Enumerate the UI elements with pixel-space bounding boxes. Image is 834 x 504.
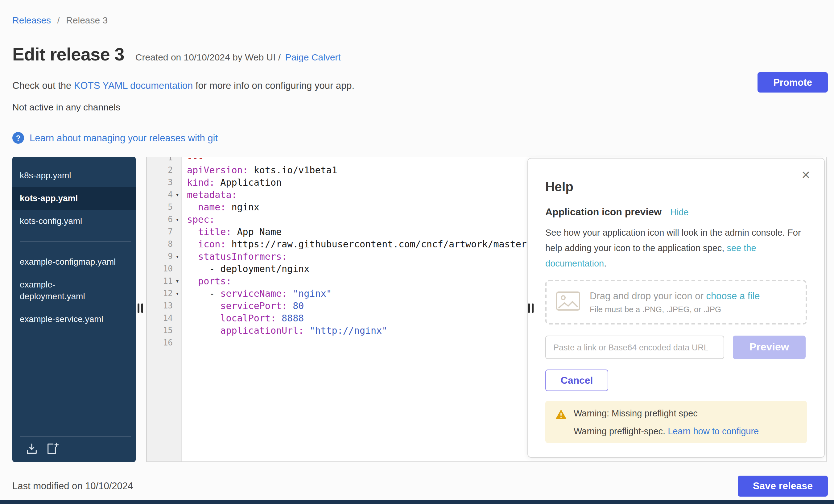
help-panel-title: Help: [545, 179, 807, 194]
file-item-kots-config-yaml[interactable]: kots-config.yaml: [12, 210, 136, 233]
dropzone-file-types: File must be a .PNG, .JPEG, or .JPG: [590, 305, 760, 314]
gutter-cell: 3: [147, 176, 182, 189]
page-title: Edit release 3: [12, 44, 124, 65]
doc-hint-prefix: Check out the: [12, 80, 74, 91]
file-tree-footer: [12, 436, 136, 462]
bottom-bar: [0, 500, 834, 504]
preview-button[interactable]: Preview: [733, 335, 806, 359]
last-modified: Last modified on 10/10/2024: [12, 481, 133, 492]
breadcrumb-releases-link[interactable]: Releases: [12, 15, 51, 25]
icon-dropzone[interactable]: Drag and drop your icon or choose a file…: [545, 280, 807, 325]
warning-line2: Warning preflight-spec. Learn how to con…: [574, 426, 759, 436]
git-releases-link[interactable]: Learn about managing your releases with …: [29, 132, 218, 144]
image-placeholder-icon: [556, 291, 580, 313]
close-icon[interactable]: ✕: [801, 169, 811, 182]
help-description-text: See how your application icon will look …: [545, 228, 801, 253]
gutter-cell: 14: [147, 312, 182, 325]
breadcrumb-separator: /: [57, 15, 60, 25]
gutter-cell: 12▾: [147, 287, 182, 300]
file-item-kots-app-yaml[interactable]: kots-app.yaml: [12, 187, 136, 210]
gutter-cell: 9▾: [147, 250, 182, 263]
gutter-cell: 1: [147, 157, 182, 164]
fold-arrow-icon[interactable]: ▾: [173, 189, 182, 201]
promote-button[interactable]: Promote: [758, 72, 828, 92]
help-panel-resize-handle[interactable]: [528, 304, 533, 313]
gutter-cell: 8: [147, 238, 182, 250]
icon-url-row: Preview: [545, 335, 807, 359]
channel-status: Not active in any channels: [12, 102, 120, 112]
icon-url-input[interactable]: [545, 335, 724, 359]
gutter-cell: 11▾: [147, 275, 182, 287]
gutter-cell: 4▾: [147, 189, 182, 201]
gutter-cell: 7: [147, 226, 182, 238]
help-description-suffix: .: [604, 259, 607, 268]
warning-line2-text: Warning preflight-spec.: [574, 426, 668, 436]
workspace: k8s-app.yamlkots-app.yamlkots-config.yam…: [0, 157, 834, 462]
warning-line1: Warning: Missing preflight spec: [574, 409, 759, 418]
created-text: Created on 10/10/2024 by Web UI /: [135, 52, 281, 62]
save-release-button[interactable]: Save release: [738, 476, 828, 497]
upload-file-icon[interactable]: [25, 442, 38, 455]
gutter-cell: 5: [147, 201, 182, 214]
dropzone-line1-text: Drag and drop your icon or: [590, 290, 706, 301]
gutter-cell: 13: [147, 300, 182, 312]
sidebar-resize-handle[interactable]: [137, 304, 143, 313]
git-help-row: ? Learn about managing your releases wit…: [12, 132, 218, 144]
fold-arrow-icon[interactable]: ▾: [173, 214, 182, 226]
title-row: Edit release 3 Created on 10/10/2024 by …: [12, 44, 341, 65]
file-item-k8s-app-yaml[interactable]: k8s-app.yaml: [12, 164, 136, 187]
choose-file-link[interactable]: choose a file: [706, 290, 760, 301]
warning-text: Warning: Missing preflight spec Warning …: [574, 409, 759, 436]
fold-arrow-icon[interactable]: ▾: [173, 275, 182, 287]
file-tree-actions: [12, 437, 136, 462]
icon-preview-header: Application icon preview Hide: [545, 207, 807, 218]
page: Releases / Release 3 Edit release 3 Crea…: [0, 0, 834, 504]
file-tree-divider: [20, 241, 131, 242]
dropzone-text: Drag and drop your icon or choose a file…: [590, 290, 760, 314]
doc-hint-suffix: for more info on configuring your app.: [193, 80, 354, 91]
file-item-example-deployment-yaml[interactable]: example-deployment.yaml: [12, 273, 136, 308]
file-tree: k8s-app.yamlkots-app.yamlkots-config.yam…: [12, 157, 136, 462]
file-item-example-service-yaml[interactable]: example-service.yaml: [12, 308, 136, 331]
fold-arrow-icon[interactable]: ▾: [173, 250, 182, 263]
gutter-cell: 10: [147, 263, 182, 275]
hide-link[interactable]: Hide: [670, 207, 689, 217]
gutter-cell: 15: [147, 325, 182, 337]
author-link[interactable]: Paige Calvert: [285, 52, 341, 62]
icon-preview-title: Application icon preview: [545, 207, 662, 218]
gutter-cell: 2: [147, 164, 182, 176]
question-icon: ?: [12, 132, 24, 144]
warning-icon: [555, 409, 567, 436]
configure-preflight-link[interactable]: Learn how to configure: [668, 426, 759, 436]
new-file-icon[interactable]: [45, 442, 60, 455]
help-description: See how your application icon will look …: [545, 225, 807, 271]
file-list: k8s-app.yamlkots-app.yamlkots-config.yam…: [12, 157, 136, 331]
fold-arrow-icon[interactable]: ▾: [173, 287, 182, 300]
gutter-cell: 16: [147, 337, 182, 349]
doc-hint: Check out the KOTS YAML documentation fo…: [12, 80, 354, 91]
breadcrumb-current: Release 3: [66, 15, 108, 25]
created-info: Created on 10/10/2024 by Web UI / Paige …: [135, 52, 341, 62]
kots-yaml-docs-link[interactable]: KOTS YAML documentation: [74, 80, 193, 91]
file-item-example-configmap-yaml[interactable]: example-configmap.yaml: [12, 250, 136, 273]
cancel-button[interactable]: Cancel: [545, 370, 608, 391]
breadcrumb: Releases / Release 3: [12, 15, 108, 25]
gutter-cell: 6▾: [147, 214, 182, 226]
help-panel: ✕ Help Application icon preview Hide See…: [527, 158, 825, 458]
preflight-warning: Warning: Missing preflight spec Warning …: [545, 401, 807, 443]
